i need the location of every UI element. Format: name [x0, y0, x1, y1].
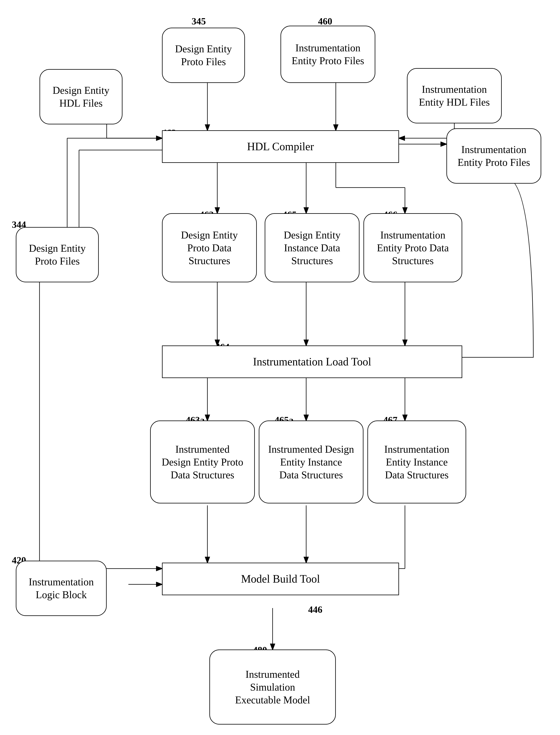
ref-345: 345 — [192, 16, 206, 27]
ref-446: 446 — [308, 604, 322, 615]
design-entity-proto-files-top-node: Design EntityProto Files — [162, 28, 245, 83]
design-entity-hdl-files-node: Design EntityHDL Files — [40, 69, 122, 124]
model-build-tool-node: Model Build Tool — [162, 563, 399, 595]
instrumentation-entity-hdl-files-node: InstrumentationEntity HDL Files — [407, 68, 502, 123]
instrumented-design-entity-instance-node: Instrumented DesignEntity InstanceData S… — [259, 420, 363, 503]
instrumentation-entity-proto-data-node: InstrumentationEntity Proto DataStructur… — [363, 213, 462, 282]
design-entity-proto-files-left-node: Design EntityProto Files — [16, 227, 99, 282]
instrumented-design-entity-proto-node: InstrumentedDesign Entity ProtoData Stru… — [150, 420, 255, 503]
instrumentation-entity-proto-files-top-node: InstrumentationEntity Proto Files — [280, 26, 375, 83]
instrumentation-load-tool-node: Instrumentation Load Tool — [162, 346, 462, 378]
design-entity-proto-data-node: Design EntityProto DataStructures — [162, 213, 257, 282]
instrumentation-entity-instance-node: InstrumentationEntity InstanceData Struc… — [367, 420, 466, 503]
instrumentation-logic-block-node: InstrumentationLogic Block — [16, 561, 107, 616]
ref-460: 460 — [318, 16, 332, 27]
instrumented-simulation-node: InstrumentedSimulationExecutable Model — [209, 649, 336, 725]
design-entity-instance-data-node: Design EntityInstance DataStructures — [265, 213, 360, 282]
diagram: 345 460 340 461 462 468 344 463 465 466 … — [0, 0, 560, 735]
instrumentation-entity-proto-files-right-node: InstrumentationEntity Proto Files — [446, 128, 541, 184]
hdl-compiler-node: HDL Compiler — [162, 130, 399, 163]
